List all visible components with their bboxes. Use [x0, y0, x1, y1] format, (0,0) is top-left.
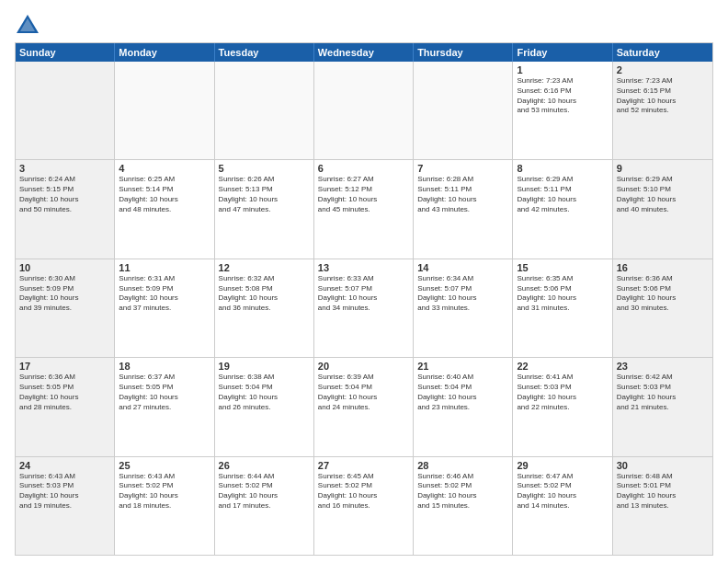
day-info: Sunrise: 6:37 AM Sunset: 5:05 PM Dayligh…: [119, 373, 210, 412]
day-number: 25: [119, 460, 210, 471]
day-cell-6: 6Sunrise: 6:27 AM Sunset: 5:12 PM Daylig…: [314, 160, 414, 258]
day-info: Sunrise: 6:44 AM Sunset: 5:02 PM Dayligh…: [219, 472, 310, 511]
day-info: Sunrise: 6:36 AM Sunset: 5:05 PM Dayligh…: [19, 373, 110, 412]
day-number: 22: [517, 361, 608, 372]
day-cell-29: 29Sunrise: 6:47 AM Sunset: 5:02 PM Dayli…: [513, 457, 612, 555]
calendar: SundayMondayTuesdayWednesdayThursdayFrid…: [15, 42, 713, 556]
day-info: Sunrise: 6:24 AM Sunset: 5:15 PM Dayligh…: [19, 175, 110, 214]
day-cell-9: 9Sunrise: 6:29 AM Sunset: 5:10 PM Daylig…: [613, 160, 712, 258]
day-cell-25: 25Sunrise: 6:43 AM Sunset: 5:02 PM Dayli…: [115, 457, 214, 555]
day-number: 14: [417, 262, 508, 273]
day-number: 13: [318, 262, 409, 273]
day-cell-26: 26Sunrise: 6:44 AM Sunset: 5:02 PM Dayli…: [215, 457, 314, 555]
day-info: Sunrise: 6:34 AM Sunset: 5:07 PM Dayligh…: [417, 274, 508, 314]
day-cell-2: 2Sunrise: 7:23 AM Sunset: 6:15 PM Daylig…: [613, 62, 712, 159]
day-number: 7: [417, 163, 508, 174]
day-number: 11: [119, 262, 210, 273]
day-number: 26: [219, 460, 310, 471]
day-number: 21: [417, 361, 508, 372]
day-info: Sunrise: 6:38 AM Sunset: 5:04 PM Dayligh…: [219, 373, 310, 412]
day-info: Sunrise: 7:23 AM Sunset: 6:16 PM Dayligh…: [517, 76, 608, 116]
day-number: 10: [19, 262, 110, 273]
day-number: 4: [119, 163, 210, 174]
day-cell-8: 8Sunrise: 6:29 AM Sunset: 5:11 PM Daylig…: [513, 160, 612, 258]
day-info: Sunrise: 6:42 AM Sunset: 5:03 PM Dayligh…: [617, 373, 709, 412]
day-number: 1: [517, 64, 608, 75]
day-cell-28: 28Sunrise: 6:46 AM Sunset: 5:02 PM Dayli…: [414, 457, 513, 555]
header: [15, 11, 713, 37]
day-number: 19: [219, 361, 310, 372]
day-info: Sunrise: 6:29 AM Sunset: 5:11 PM Dayligh…: [517, 175, 608, 214]
day-cell-18: 18Sunrise: 6:37 AM Sunset: 5:05 PM Dayli…: [115, 358, 214, 455]
day-cell-16: 16Sunrise: 6:36 AM Sunset: 5:06 PM Dayli…: [613, 259, 712, 357]
calendar-row-4: 17Sunrise: 6:36 AM Sunset: 5:05 PM Dayli…: [16, 357, 712, 455]
day-cell-4: 4Sunrise: 6:25 AM Sunset: 5:14 PM Daylig…: [115, 160, 214, 258]
day-cell-30: 30Sunrise: 6:48 AM Sunset: 5:01 PM Dayli…: [613, 457, 712, 555]
empty-cell: [314, 62, 414, 159]
header-day-thursday: Thursday: [414, 43, 513, 62]
day-cell-12: 12Sunrise: 6:32 AM Sunset: 5:08 PM Dayli…: [215, 259, 314, 357]
day-number: 9: [617, 163, 709, 174]
day-info: Sunrise: 6:30 AM Sunset: 5:09 PM Dayligh…: [19, 274, 110, 314]
day-number: 2: [617, 64, 709, 75]
day-number: 27: [318, 460, 409, 471]
day-info: Sunrise: 6:41 AM Sunset: 5:03 PM Dayligh…: [517, 373, 608, 412]
day-info: Sunrise: 6:43 AM Sunset: 5:02 PM Dayligh…: [119, 472, 210, 511]
day-cell-19: 19Sunrise: 6:38 AM Sunset: 5:04 PM Dayli…: [215, 358, 314, 455]
day-cell-22: 22Sunrise: 6:41 AM Sunset: 5:03 PM Dayli…: [513, 358, 612, 455]
day-info: Sunrise: 7:23 AM Sunset: 6:15 PM Dayligh…: [617, 76, 709, 116]
day-info: Sunrise: 6:29 AM Sunset: 5:10 PM Dayligh…: [617, 175, 709, 214]
header-day-friday: Friday: [513, 43, 612, 62]
empty-cell: [215, 62, 314, 159]
day-cell-27: 27Sunrise: 6:45 AM Sunset: 5:02 PM Dayli…: [314, 457, 414, 555]
day-info: Sunrise: 6:33 AM Sunset: 5:07 PM Dayligh…: [318, 274, 409, 314]
day-number: 3: [19, 163, 110, 174]
header-day-tuesday: Tuesday: [215, 43, 314, 62]
day-number: 16: [617, 262, 709, 273]
day-number: 30: [617, 460, 709, 471]
calendar-row-1: 1Sunrise: 7:23 AM Sunset: 6:16 PM Daylig…: [16, 62, 712, 159]
header-day-sunday: Sunday: [16, 43, 115, 62]
day-cell-23: 23Sunrise: 6:42 AM Sunset: 5:03 PM Dayli…: [613, 358, 712, 455]
day-info: Sunrise: 6:40 AM Sunset: 5:04 PM Dayligh…: [417, 373, 508, 412]
header-day-monday: Monday: [115, 43, 214, 62]
day-info: Sunrise: 6:32 AM Sunset: 5:08 PM Dayligh…: [219, 274, 310, 314]
header-day-wednesday: Wednesday: [314, 43, 414, 62]
day-number: 5: [219, 163, 310, 174]
day-cell-15: 15Sunrise: 6:35 AM Sunset: 5:06 PM Dayli…: [513, 259, 612, 357]
day-info: Sunrise: 6:45 AM Sunset: 5:02 PM Dayligh…: [318, 472, 409, 511]
day-number: 6: [318, 163, 409, 174]
day-info: Sunrise: 6:47 AM Sunset: 5:02 PM Dayligh…: [517, 472, 608, 511]
day-info: Sunrise: 6:46 AM Sunset: 5:02 PM Dayligh…: [417, 472, 508, 511]
page: SundayMondayTuesdayWednesdayThursdayFrid…: [0, 0, 728, 563]
day-number: 23: [617, 361, 709, 372]
calendar-row-2: 3Sunrise: 6:24 AM Sunset: 5:15 PM Daylig…: [16, 159, 712, 258]
day-number: 12: [219, 262, 310, 273]
day-cell-13: 13Sunrise: 6:33 AM Sunset: 5:07 PM Dayli…: [314, 259, 414, 357]
day-cell-5: 5Sunrise: 6:26 AM Sunset: 5:13 PM Daylig…: [215, 160, 314, 258]
calendar-row-3: 10Sunrise: 6:30 AM Sunset: 5:09 PM Dayli…: [16, 259, 712, 357]
day-number: 8: [517, 163, 608, 174]
day-number: 29: [517, 460, 608, 471]
day-info: Sunrise: 6:43 AM Sunset: 5:03 PM Dayligh…: [19, 472, 110, 511]
day-info: Sunrise: 6:28 AM Sunset: 5:11 PM Dayligh…: [417, 175, 508, 214]
day-info: Sunrise: 6:26 AM Sunset: 5:13 PM Dayligh…: [219, 175, 310, 214]
day-number: 17: [19, 361, 110, 372]
day-info: Sunrise: 6:27 AM Sunset: 5:12 PM Dayligh…: [318, 175, 409, 214]
calendar-body: 1Sunrise: 7:23 AM Sunset: 6:16 PM Daylig…: [16, 62, 712, 555]
day-info: Sunrise: 6:36 AM Sunset: 5:06 PM Dayligh…: [617, 274, 709, 314]
day-cell-14: 14Sunrise: 6:34 AM Sunset: 5:07 PM Dayli…: [414, 259, 513, 357]
calendar-row-5: 24Sunrise: 6:43 AM Sunset: 5:03 PM Dayli…: [16, 456, 712, 555]
calendar-header: SundayMondayTuesdayWednesdayThursdayFrid…: [16, 43, 712, 62]
logo: [15, 11, 44, 37]
empty-cell: [115, 62, 214, 159]
day-info: Sunrise: 6:48 AM Sunset: 5:01 PM Dayligh…: [617, 472, 709, 511]
day-info: Sunrise: 6:31 AM Sunset: 5:09 PM Dayligh…: [119, 274, 210, 314]
day-info: Sunrise: 6:39 AM Sunset: 5:04 PM Dayligh…: [318, 373, 409, 412]
day-number: 28: [417, 460, 508, 471]
day-number: 15: [517, 262, 608, 273]
day-number: 20: [318, 361, 409, 372]
day-cell-17: 17Sunrise: 6:36 AM Sunset: 5:05 PM Dayli…: [16, 358, 115, 455]
day-number: 18: [119, 361, 210, 372]
day-cell-10: 10Sunrise: 6:30 AM Sunset: 5:09 PM Dayli…: [16, 259, 115, 357]
